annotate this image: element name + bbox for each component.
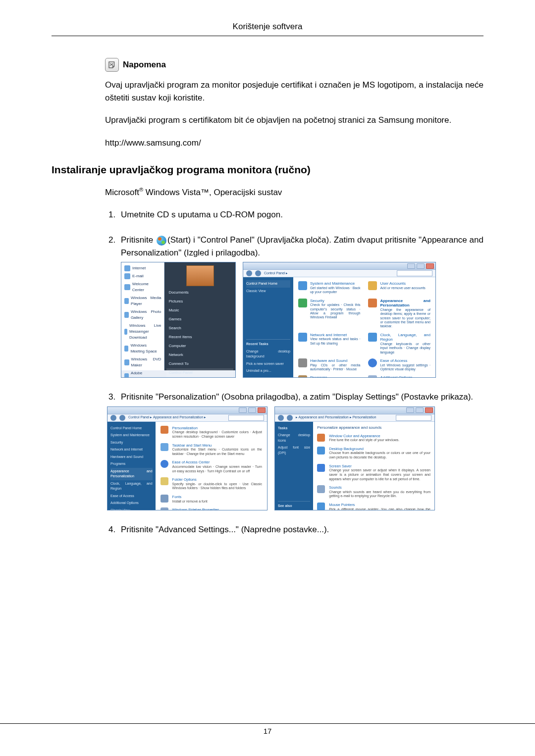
sidebar-item[interactable]: Programs	[110, 460, 153, 468]
appearance-item[interactable]: Windows Sidebar PropertiesAdd gadgets to…	[160, 507, 262, 510]
appearance-item[interactable]: Taskbar and Start MenuCustomize the Star…	[160, 443, 262, 456]
cp-category[interactable]: ProgramsUninstall a program · Change sta…	[298, 375, 361, 378]
maximize-button[interactable]	[417, 263, 425, 269]
user-icon	[368, 281, 377, 290]
window-titlebar	[243, 262, 435, 270]
start-right-item[interactable]: Network	[166, 351, 233, 359]
close-button[interactable]	[426, 263, 434, 269]
breadcrumb[interactable]: Control Panel ▸ Appearance and Personali…	[128, 415, 206, 420]
minimize-button[interactable]	[239, 407, 247, 413]
sidebar-item[interactable]: Appearance and Personalization	[110, 468, 153, 480]
start-right-item[interactable]: Music	[166, 306, 233, 315]
cp-category[interactable]: Hardware and SoundPlay CDs or other medi…	[298, 358, 361, 371]
pers-item[interactable]: Window Color and AppearanceFine tune the…	[317, 434, 430, 443]
pers-item[interactable]: Screen SaverChange your screen saver or …	[317, 464, 430, 482]
appearance-item-personalization[interactable]: PersonalizationChange desktop background…	[160, 426, 262, 439]
step-3-text: Pritisnite "Personalization" (Osobna pri…	[121, 392, 473, 402]
sidebar-gadget-icon	[160, 507, 168, 510]
start-right-item[interactable]: Connect To	[166, 359, 233, 368]
sidebar-item[interactable]: Ease of Access	[110, 493, 153, 500]
sidebar-home[interactable]: Control Panel Home	[246, 280, 290, 288]
cp-category[interactable]: User AccountsAdd or remove user accounts	[368, 281, 430, 294]
nav-back-icon[interactable]	[278, 415, 284, 421]
start-item[interactable]: Internet	[123, 264, 162, 272]
search-input[interactable]	[396, 415, 431, 421]
app-icon	[124, 329, 127, 335]
sidebar-item[interactable]: Classic View	[110, 507, 153, 510]
start-item[interactable]: E-mail	[123, 272, 162, 280]
cp-category[interactable]: System and MaintenanceGet started with W…	[298, 281, 361, 294]
start-item[interactable]: Windows DVD Maker	[123, 355, 162, 369]
pers-item[interactable]: SoundsChange which sounds are heard when…	[317, 485, 430, 499]
start-right-item[interactable]: Recent Items	[166, 333, 233, 342]
close-button[interactable]	[258, 407, 266, 413]
sidebar-item[interactable]: Hardware and Sound	[110, 454, 153, 461]
start-right-item[interactable]: Documents	[166, 288, 233, 297]
nav-forward-icon[interactable]	[119, 415, 125, 421]
search-input[interactable]	[228, 415, 264, 421]
minimize-button[interactable]	[407, 263, 415, 269]
cp-category[interactable]: Clock, Language, and RegionChange keyboa…	[368, 333, 430, 354]
appearance-main: PersonalizationChange desktop background…	[156, 422, 267, 510]
start-right-item[interactable]: Default Programs	[166, 377, 233, 378]
appearance-item[interactable]: FontsInstall or remove a font	[160, 495, 262, 504]
sidebar-item[interactable]: System and Maintenance	[110, 432, 153, 439]
user-avatar	[186, 265, 214, 286]
minimize-button[interactable]	[406, 407, 414, 413]
cp-category[interactable]: SecurityCheck for updates · Check this c…	[298, 299, 361, 329]
breadcrumb[interactable]: ▸ Appearance and Personalization ▸ Perso…	[296, 415, 376, 420]
start-item[interactable]: Windows Meeting Space	[123, 342, 162, 355]
start-right-item[interactable]: Pictures	[166, 297, 233, 306]
start-item[interactable]: Welcome Center	[123, 280, 162, 294]
search-input[interactable]	[397, 270, 432, 276]
close-button[interactable]	[425, 407, 433, 413]
maximize-button[interactable]	[248, 407, 256, 413]
recent-task[interactable]: Uninstall a pro...	[246, 367, 290, 375]
step-3: Pritisnite "Personalization" (Osobna pri…	[118, 391, 483, 510]
start-right-item[interactable]: Games	[166, 315, 233, 324]
breadcrumb[interactable]: Control Panel ▸	[264, 271, 288, 276]
personalization-sidebar: Tasks Change desktop icons Adjust font s…	[275, 422, 313, 510]
pers-item[interactable]: Desktop BackgroundChoose from available …	[317, 447, 430, 460]
sidebar-task[interactable]: Change desktop icons	[278, 432, 310, 444]
step-2-post: (Start) i "Control Panel" (Upravljačka p…	[121, 235, 483, 257]
appearance-item[interactable]: Ease of Access CenterAccommodate low vis…	[160, 460, 262, 473]
pers-item[interactable]: Mouse PointersPick a different mouse poi…	[317, 503, 430, 510]
cp-category[interactable]: Network and InternetView network status …	[298, 333, 361, 354]
maximize-button[interactable]	[416, 407, 424, 413]
step-2-pre: Pritisnite	[121, 235, 156, 245]
cp-category[interactable]: Ease of AccessLet Windows suggest settin…	[368, 358, 430, 371]
start-item[interactable]: Windows Photo Gallery	[123, 308, 162, 322]
appearance-icon	[368, 299, 377, 307]
sidebar-item[interactable]: Additional Options	[110, 500, 153, 507]
sidebar-item[interactable]: Network and Internet	[110, 446, 153, 454]
start-item[interactable]: Windows Media Player	[123, 294, 162, 308]
note-row: Napomena	[105, 58, 483, 72]
cp-category-appearance[interactable]: Appearance and PersonalizationChange the…	[368, 299, 430, 329]
address-bar: ▸ Appearance and Personalization ▸ Perso…	[275, 414, 434, 422]
start-item[interactable]: Windows Live Messenger Download	[123, 322, 162, 342]
nav-back-icon[interactable]	[110, 415, 116, 421]
seealso-item[interactable]: Taskbar and Start Menu	[278, 510, 310, 510]
seealso-header: See also	[278, 501, 310, 510]
nav-back-icon[interactable]	[246, 270, 252, 276]
sidebar-item[interactable]: Control Panel Home	[110, 425, 153, 432]
sidebar-item[interactable]: Security	[110, 439, 153, 447]
start-item[interactable]: Adobe Photoshop CS2	[123, 369, 162, 378]
cp-main: System and MaintenanceGet started with W…	[293, 277, 435, 378]
sidebar-item[interactable]: Clock, Language, and Region	[110, 480, 153, 493]
window-titlebar	[275, 407, 434, 414]
sounds-icon	[317, 485, 325, 493]
nav-forward-icon[interactable]	[287, 415, 293, 421]
recent-task[interactable]: Pick a new screen saver	[246, 360, 290, 368]
sidebar-task[interactable]: Adjust font size (DPI)	[278, 444, 310, 456]
start-right-item[interactable]: Search	[166, 324, 233, 333]
start-right-item[interactable]: Computer	[166, 342, 233, 351]
recent-task[interactable]: Change desktop background	[246, 348, 290, 360]
nav-forward-icon[interactable]	[255, 270, 261, 276]
sidebar-classic[interactable]: Classic View	[246, 288, 290, 295]
appearance-item[interactable]: Folder OptionsSpecify single- or double-…	[160, 477, 262, 491]
cp-category[interactable]: Additional Options	[368, 375, 430, 378]
start-right-item-control-panel[interactable]: Control Panel	[166, 368, 233, 377]
recent-tasks-header: Recent Tasks	[246, 339, 290, 348]
